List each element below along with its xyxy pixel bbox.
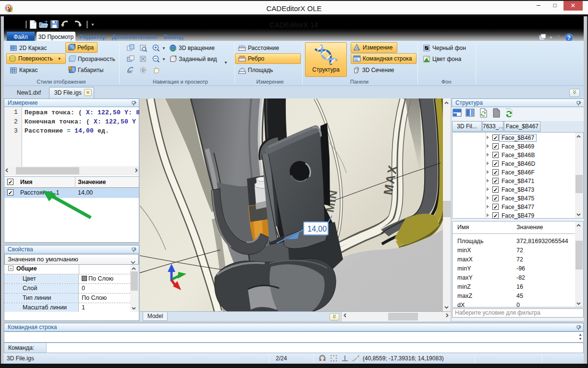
- svg-text:?: ?: [567, 35, 571, 41]
- svg-text:14,00: 14,00: [307, 225, 327, 233]
- svg-text:35°: 35°: [128, 70, 133, 74]
